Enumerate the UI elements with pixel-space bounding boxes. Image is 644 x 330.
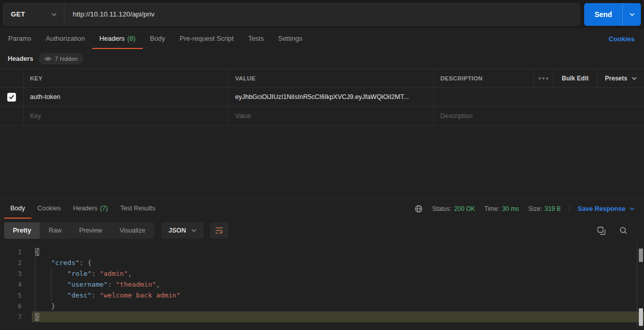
more-actions-icon bbox=[539, 77, 548, 79]
tab-pre-request-script[interactable]: Pre-request Script bbox=[172, 28, 241, 49]
time-value: 30 ms bbox=[502, 205, 519, 212]
time-indicator: Time: 30 ms bbox=[484, 205, 519, 212]
status-value: 200 OK bbox=[454, 205, 475, 212]
header-row-empty: Key Value Description bbox=[0, 107, 644, 125]
code-line: } bbox=[32, 301, 644, 311]
response-tab-headers[interactable]: Headers (7) bbox=[67, 199, 114, 219]
view-tab-pretty[interactable]: Pretty bbox=[4, 222, 40, 239]
value-column-header: VALUE bbox=[228, 69, 434, 87]
save-response-dropdown[interactable]: Save Response bbox=[578, 205, 635, 212]
more-actions-button[interactable] bbox=[534, 69, 553, 87]
headers-count-badge: (8) bbox=[127, 35, 136, 42]
request-tabs: Params Authorization Headers (8) Body Pr… bbox=[0, 28, 644, 49]
tab-body[interactable]: Body bbox=[143, 28, 173, 49]
code-line: { bbox=[32, 246, 644, 257]
search-icon bbox=[619, 226, 628, 235]
scrollbar-marker[interactable] bbox=[639, 308, 643, 326]
presets-dropdown[interactable]: Presets bbox=[597, 69, 644, 87]
format-dropdown[interactable]: JSON bbox=[161, 222, 204, 239]
globe-icon bbox=[415, 205, 423, 213]
response-view-toolbar: Pretty Raw Preview Visualize JSON bbox=[0, 219, 644, 242]
tab-headers[interactable]: Headers (8) bbox=[92, 28, 143, 49]
chevron-down-icon bbox=[632, 77, 637, 80]
method-dropdown[interactable]: GET bbox=[4, 4, 64, 25]
empty-area bbox=[0, 126, 644, 198]
wrap-lines-icon bbox=[215, 226, 223, 235]
search-button[interactable] bbox=[619, 226, 628, 235]
view-tab-raw[interactable]: Raw bbox=[40, 222, 70, 239]
json-code: { "creds": { "role": "admin", "username"… bbox=[32, 242, 644, 330]
scrollbar-thumb[interactable] bbox=[639, 249, 643, 262]
headers-section-header: Headers 7 hidden bbox=[0, 49, 644, 69]
description-column-header: DESCRIPTION bbox=[434, 69, 534, 87]
code-line: "role": "admin", bbox=[32, 268, 644, 279]
request-url-bar: GET Send bbox=[0, 0, 644, 28]
code-line: "desc": "welcome back admin" bbox=[32, 290, 644, 301]
view-tab-visualize[interactable]: Visualize bbox=[111, 222, 154, 239]
line-number: 7 bbox=[0, 311, 32, 322]
tab-settings[interactable]: Settings bbox=[271, 28, 309, 49]
size-value: 319 B bbox=[544, 205, 560, 212]
view-mode-segmented-control: Pretty Raw Preview Visualize bbox=[4, 222, 154, 239]
response-tab-cookies[interactable]: Cookies bbox=[31, 199, 67, 219]
tab-authorization[interactable]: Authorization bbox=[39, 28, 92, 49]
code-line: "creds": { bbox=[32, 257, 644, 268]
cookies-link[interactable]: Cookies bbox=[608, 35, 635, 43]
send-options-button[interactable] bbox=[622, 3, 641, 26]
checkbox-column-header bbox=[0, 69, 23, 87]
response-headers-count-badge: (7) bbox=[100, 205, 108, 212]
value-placeholder-cell[interactable]: Value bbox=[228, 107, 434, 125]
size-indicator: Size: 319 B bbox=[529, 205, 561, 212]
editor-scrollbar[interactable] bbox=[637, 242, 644, 330]
postman-app: GET Send Params Authorization Headers (8… bbox=[0, 0, 644, 330]
response-tab-body[interactable]: Body bbox=[4, 199, 31, 219]
copy-button[interactable] bbox=[597, 226, 606, 235]
headers-section-title: Headers bbox=[8, 55, 33, 62]
wrap-lines-button[interactable] bbox=[210, 222, 228, 239]
line-number: 5 bbox=[0, 290, 32, 301]
hidden-headers-toggle[interactable]: 7 hidden bbox=[39, 53, 83, 64]
response-body-editor: 1 2 3 4 5 6 7 { "creds": { "role": "admi… bbox=[0, 242, 644, 330]
line-number: 3 bbox=[0, 268, 32, 279]
headers-table-header: KEY VALUE DESCRIPTION Bulk Edit Presets bbox=[0, 69, 644, 88]
send-split-button: Send bbox=[584, 3, 641, 26]
key-column-header: KEY bbox=[23, 69, 228, 87]
line-number: 4 bbox=[0, 279, 32, 290]
line-number-gutter: 1 2 3 4 5 6 7 bbox=[0, 242, 32, 330]
chevron-down-icon bbox=[630, 207, 635, 210]
header-description-cell[interactable] bbox=[434, 88, 644, 106]
response-tab-test-results[interactable]: Test Results bbox=[114, 199, 161, 219]
code-line-current: } bbox=[32, 311, 644, 322]
method-label: GET bbox=[11, 10, 25, 18]
header-row-auth-token: auth-token eyJhbGciOiJIUzI1NiIsInR5cCI6I… bbox=[0, 88, 644, 107]
view-tab-preview[interactable]: Preview bbox=[70, 222, 110, 239]
editor-actions bbox=[597, 226, 640, 235]
response-header: Body Cookies Headers (7) Test Results St… bbox=[0, 199, 644, 219]
response-meta: Status: 200 OK Time: 30 ms Size: 319 B S… bbox=[415, 199, 640, 219]
url-input[interactable] bbox=[64, 4, 580, 25]
url-container: GET bbox=[3, 3, 580, 26]
line-number: 1 bbox=[0, 246, 32, 257]
line-number: 6 bbox=[0, 301, 32, 311]
send-button[interactable]: Send bbox=[584, 3, 622, 26]
tab-params[interactable]: Params bbox=[1, 28, 39, 49]
response-section: Body Cookies Headers (7) Test Results St… bbox=[0, 198, 644, 330]
hidden-headers-label: 7 hidden bbox=[55, 56, 77, 62]
copy-icon bbox=[597, 226, 606, 235]
divider bbox=[569, 204, 570, 213]
description-placeholder-cell[interactable]: Description bbox=[434, 107, 644, 125]
key-placeholder-cell[interactable]: Key bbox=[23, 107, 228, 125]
chevron-down-icon bbox=[191, 229, 196, 232]
tab-tests[interactable]: Tests bbox=[241, 28, 271, 49]
line-number: 2 bbox=[0, 257, 32, 268]
header-value-cell[interactable]: eyJhbGciOiJIUzI1NiIsInR5cCI6IkpXVCJ9.eyJ… bbox=[228, 88, 434, 106]
bulk-edit-button[interactable]: Bulk Edit bbox=[553, 69, 597, 87]
eye-icon bbox=[44, 56, 52, 61]
status-indicator: Status: 200 OK bbox=[432, 205, 475, 212]
code-line: "username": "theadmin", bbox=[32, 279, 644, 290]
chevron-down-icon bbox=[630, 13, 635, 16]
chevron-down-icon bbox=[52, 13, 57, 16]
row-checkbox[interactable] bbox=[7, 93, 16, 102]
header-key-cell[interactable]: auth-token bbox=[23, 88, 228, 106]
headers-table: KEY VALUE DESCRIPTION Bulk Edit Presets … bbox=[0, 69, 644, 126]
